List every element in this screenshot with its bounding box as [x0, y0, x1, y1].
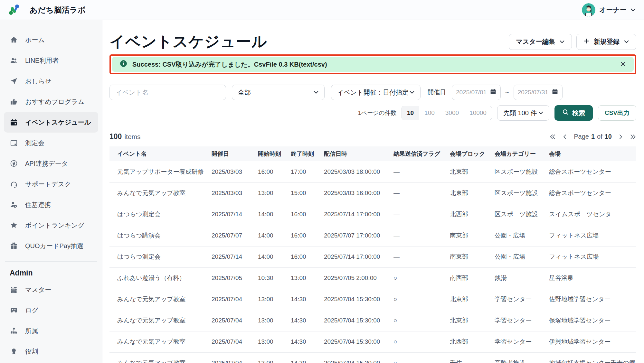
cell-start-time: 14:00 — [258, 225, 291, 246]
calendar-event-icon — [10, 118, 18, 126]
sidebar-item-support-desk[interactable]: サポートデスク — [4, 174, 98, 194]
table-row[interactable]: はつらつ測定会 2025/07/14 14:00 16:00 2025/07/1… — [109, 246, 636, 267]
cell-end-time: 14:30 — [291, 352, 324, 363]
cell-delivery-datetime: 2025/03/03 16:00:00 — [324, 182, 393, 204]
period-type-select[interactable]: イベント開催：日付指定 — [331, 85, 421, 100]
sidebar-item-label: LINE利用者 — [25, 56, 59, 65]
users-icon — [10, 56, 18, 65]
prev-page-icon[interactable] — [563, 134, 567, 139]
table-row[interactable]: はつらつ講演会 2025/07/07 14:00 16:00 2025/07/0… — [109, 225, 636, 246]
sidebar-item-label: おしらせ — [25, 77, 52, 86]
table-row[interactable]: みんなで元気アップ教室 2025/07/04 13:00 14:30 2025/… — [109, 352, 636, 363]
items-count-number: 100 — [109, 132, 122, 141]
avatar[interactable] — [582, 3, 595, 17]
per-page-option-10000[interactable]: 10000 — [464, 106, 492, 120]
sidebar-item-juki-link[interactable]: 住基連携 — [4, 194, 98, 215]
table-row[interactable]: はつらつ測定会 2025/07/14 14:00 16:00 2025/07/1… — [109, 204, 636, 225]
cell-venue: フィットネス広場 — [549, 246, 636, 267]
search-button[interactable]: 検索 — [554, 105, 593, 121]
cell-venue-block: 北東部 — [450, 161, 495, 182]
table-row[interactable]: みんなで元気アップ教室 2025/07/04 13:00 14:30 2025/… — [109, 289, 636, 310]
sidebar-item-quo-card-pay[interactable]: QUOカードPay抽選 — [4, 236, 98, 256]
event-name-input[interactable]: イベント名 — [109, 85, 226, 100]
cell-result-sent-flag: ― — [393, 182, 450, 204]
limit-value: 先頭 100 件 — [503, 109, 537, 117]
chevron-down-icon[interactable] — [630, 8, 636, 12]
cell-venue-block: 南東部 — [450, 225, 495, 246]
date-to-input[interactable]: 2025/07/31 — [514, 85, 563, 100]
sidebar-item-log[interactable]: ログ — [4, 300, 98, 321]
sidebar-item-home[interactable]: ホーム — [4, 30, 98, 50]
close-icon[interactable]: ✕ — [620, 61, 626, 68]
table-row[interactable]: みんなで元気アップ教室 2025/07/04 13:00 14:30 2025/… — [109, 310, 636, 331]
cell-venue-category: 公園・広場 — [495, 246, 549, 267]
sidebar-item-point-ranking[interactable]: ポイントランキング — [4, 215, 98, 236]
cell-event-date: 2025/03/03 — [212, 161, 258, 182]
sidebar-item-event-schedule[interactable]: イベントスケジュール — [4, 112, 98, 133]
send-icon — [10, 77, 18, 85]
cell-venue: 伊興地域学習センター — [549, 331, 636, 352]
cell-venue-category: 学習センター — [495, 289, 549, 310]
sidebar-item-label: 所属 — [25, 327, 38, 335]
sidebar-item-master[interactable]: マスター — [4, 279, 98, 300]
sidebar-item-recommended-programs[interactable]: おすすめプログラム — [4, 91, 98, 112]
sidebar-item-label: 役割 — [25, 347, 38, 356]
col-result-sent-flag: 結果送信済フラグ — [393, 146, 450, 161]
per-page-option-100[interactable]: 100 — [419, 106, 440, 120]
first-page-icon[interactable] — [549, 134, 556, 139]
col-venue-category: 会場カテゴリー — [495, 146, 549, 161]
brand: あだち脳活ラボ — [8, 4, 86, 16]
cell-delivery-datetime: 2025/03/03 18:00:00 — [324, 161, 393, 182]
date-to-value: 2025/07/31 — [518, 89, 548, 96]
cell-end-time: 16:00 — [291, 225, 324, 246]
sidebar-item-role[interactable]: 役割 — [4, 341, 98, 362]
sidebar-item-news[interactable]: おしらせ — [4, 71, 98, 91]
sidebar-item-measurement[interactable]: 測定会 — [4, 133, 98, 153]
sidebar-item-line-users[interactable]: LINE利用者 — [4, 50, 98, 71]
per-page-segmented-control: 10 100 3000 10000 — [402, 106, 492, 120]
table-row[interactable]: ふれあい遊湯う（有料） 2025/07/05 10:30 13:00 2025/… — [109, 267, 636, 289]
event-table: イベント名 開催日 開始時刻 終了時刻 配信日時 結果送信済フラグ 会場ブロック… — [109, 146, 636, 363]
cell-delivery-datetime: 2025/07/05 2:00:00 — [324, 267, 393, 289]
cell-result-sent-flag: ○ — [393, 310, 450, 331]
cell-event-name: はつらつ測定会 — [109, 246, 212, 267]
pagination: Page 1 of 10 — [549, 133, 636, 140]
cell-venue-category: 区スポーツ施設 — [495, 204, 549, 225]
cell-event-date: 2025/03/03 — [212, 182, 258, 204]
cell-venue-category: 高齢者施設 — [495, 352, 549, 363]
cell-venue-category: 公園・広場 — [495, 225, 549, 246]
last-page-icon[interactable] — [630, 134, 636, 139]
sidebar-item-affiliation[interactable]: 所属 — [4, 321, 98, 341]
date-from-input[interactable]: 2025/07/01 — [452, 85, 501, 100]
per-page-option-3000[interactable]: 3000 — [440, 106, 464, 120]
cell-result-sent-flag: ― — [393, 225, 450, 246]
cell-result-sent-flag: ○ — [393, 352, 450, 363]
sidebar-item-label: イベントスケジュール — [25, 118, 91, 127]
limit-select[interactable]: 先頭 100 件 — [497, 105, 549, 121]
csv-export-button[interactable]: CSV出力 — [598, 105, 636, 121]
brand-logo-icon — [8, 4, 21, 16]
calendar-icon — [490, 88, 497, 97]
sidebar-item-label: ログ — [25, 306, 38, 315]
cell-start-time: 13:00 — [258, 182, 291, 204]
table-row[interactable]: みんなで元気アップ教室 2025/03/03 13:00 15:00 2025/… — [109, 182, 636, 204]
table-header-row: イベント名 開催日 開始時刻 終了時刻 配信日時 結果送信済フラグ 会場ブロック… — [109, 146, 636, 161]
admin-section-heading: Admin — [0, 267, 102, 279]
table-row[interactable]: みんなで元気アップ教室 2025/07/04 13:00 14:30 2025/… — [109, 331, 636, 352]
thumbs-up-icon — [10, 98, 18, 106]
home-icon — [10, 36, 18, 44]
category-select[interactable]: 全部 — [232, 85, 325, 100]
cell-end-time: 16:00 — [291, 246, 324, 267]
table-row[interactable]: 元気アップサポーター養成研修 2025/03/03 16:00 17:00 20… — [109, 161, 636, 182]
next-page-icon[interactable] — [619, 134, 623, 139]
user-menu[interactable]: オーナー — [582, 3, 636, 17]
cell-venue-category: 区スポーツ施設 — [495, 182, 549, 204]
master-edit-button[interactable]: マスター編集 — [509, 34, 572, 50]
cell-venue: 総合スポーツセンター — [549, 161, 636, 182]
new-register-button[interactable]: 新規登録 — [576, 34, 636, 50]
cell-venue: スイムスポーツセンター — [549, 204, 636, 225]
sidebar-item-api-data[interactable]: API連携データ — [4, 153, 98, 174]
cell-event-date: 2025/07/04 — [212, 352, 258, 363]
per-page-option-10[interactable]: 10 — [402, 106, 419, 120]
search-icon — [562, 109, 569, 117]
